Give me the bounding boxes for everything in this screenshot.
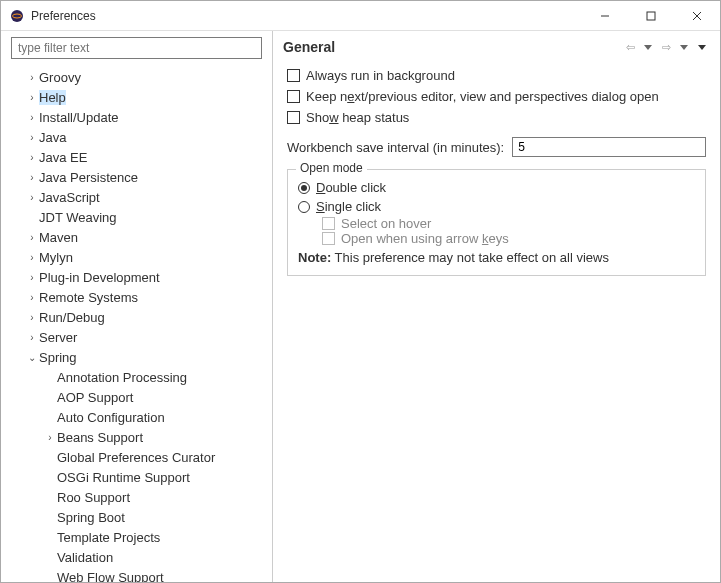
window-title: Preferences	[31, 9, 582, 23]
chevron-right-icon[interactable]: ›	[25, 172, 39, 183]
tree-item[interactable]: ›Java	[1, 127, 272, 147]
chevron-down-icon[interactable]: ⌄	[25, 352, 39, 363]
checkbox-icon	[287, 69, 300, 82]
preferences-tree: ›Groovy›Help›Install/Update›Java›Java EE…	[1, 65, 272, 582]
minimize-button[interactable]	[582, 1, 628, 31]
tree-item-label: Java EE	[39, 150, 87, 165]
tree-item-label: Help	[39, 90, 66, 105]
page-content: Always run in background Keep next/previ…	[273, 62, 720, 282]
tree-item[interactable]: Auto Configuration	[1, 407, 272, 427]
open-mode-group: Open mode Double click Single click Sele…	[287, 169, 706, 276]
filter-input[interactable]	[11, 37, 262, 59]
tree-item[interactable]: ›Run/Debug	[1, 307, 272, 327]
tree-item-label: Server	[39, 330, 77, 345]
tree-item-label: Validation	[57, 550, 113, 565]
tree-item[interactable]: ⌄Spring	[1, 347, 272, 367]
tree-item[interactable]: Web Flow Support	[1, 567, 272, 582]
chevron-right-icon[interactable]: ›	[25, 132, 39, 143]
tree-item[interactable]: ›Install/Update	[1, 107, 272, 127]
tree-item[interactable]: Template Projects	[1, 527, 272, 547]
tree-item[interactable]: ›Maven	[1, 227, 272, 247]
chevron-right-icon[interactable]: ›	[25, 272, 39, 283]
chevron-right-icon[interactable]: ›	[25, 252, 39, 263]
page-title: General	[283, 39, 622, 55]
checkbox-icon	[287, 111, 300, 124]
filter-wrap	[1, 37, 272, 65]
forward-menu-icon[interactable]	[676, 39, 692, 55]
tree-item-label: Remote Systems	[39, 290, 138, 305]
checkbox-label: Select on hover	[341, 216, 431, 231]
tree-item[interactable]: ›Mylyn	[1, 247, 272, 267]
tree-item[interactable]: ›Remote Systems	[1, 287, 272, 307]
tree-item-label: Run/Debug	[39, 310, 105, 325]
body: ›Groovy›Help›Install/Update›Java›Java EE…	[1, 31, 720, 582]
open-mode-note: Note: This preference may not take effec…	[298, 250, 695, 265]
tree-item[interactable]: ›Server	[1, 327, 272, 347]
checkbox-show-heap[interactable]: Show heap status	[287, 110, 706, 125]
chevron-right-icon[interactable]: ›	[25, 92, 39, 103]
tree-item[interactable]: Spring Boot	[1, 507, 272, 527]
tree-item[interactable]: ›Java EE	[1, 147, 272, 167]
chevron-right-icon[interactable]: ›	[25, 332, 39, 343]
tree-item[interactable]: JDT Weaving	[1, 207, 272, 227]
tree-item[interactable]: Annotation Processing	[1, 367, 272, 387]
tree-item[interactable]: Global Preferences Curator	[1, 447, 272, 467]
save-interval-input[interactable]	[512, 137, 706, 157]
note-prefix: Note:	[298, 250, 331, 265]
tree-item[interactable]: Validation	[1, 547, 272, 567]
checkbox-label: Keep next/previous editor, view and pers…	[306, 89, 659, 104]
tree-item-label: OSGi Runtime Support	[57, 470, 190, 485]
tree-item[interactable]: ›Beans Support	[1, 427, 272, 447]
radio-icon	[298, 201, 310, 213]
nav-icons: ⇦ ⇨	[622, 39, 710, 55]
tree-item-label: Java Persistence	[39, 170, 138, 185]
forward-icon[interactable]: ⇨	[658, 39, 674, 55]
chevron-right-icon[interactable]: ›	[25, 312, 39, 323]
checkbox-always-run[interactable]: Always run in background	[287, 68, 706, 83]
chevron-right-icon[interactable]: ›	[25, 192, 39, 203]
tree-scroll[interactable]: ›Groovy›Help›Install/Update›Java›Java EE…	[1, 65, 272, 582]
tree-item[interactable]: ›Plug-in Development	[1, 267, 272, 287]
right-pane: General ⇦ ⇨ Always run in background Kee…	[273, 31, 720, 582]
back-menu-icon[interactable]	[640, 39, 656, 55]
checkbox-keep-next[interactable]: Keep next/previous editor, view and pers…	[287, 89, 706, 104]
svg-rect-3	[647, 12, 655, 20]
tree-item-label: Web Flow Support	[57, 570, 164, 583]
preferences-window: Preferences ›Groovy›Help›Install/Update›…	[0, 0, 721, 583]
tree-item-label: Spring Boot	[57, 510, 125, 525]
tree-item-label: Install/Update	[39, 110, 119, 125]
close-button[interactable]	[674, 1, 720, 31]
maximize-button[interactable]	[628, 1, 674, 31]
tree-item[interactable]: ›Groovy	[1, 67, 272, 87]
tree-item[interactable]: ›JavaScript	[1, 187, 272, 207]
radio-label: Single click	[316, 199, 381, 214]
chevron-right-icon[interactable]: ›	[25, 232, 39, 243]
radio-double-click[interactable]: Double click	[298, 178, 695, 197]
tree-item[interactable]: Roo Support	[1, 487, 272, 507]
view-menu-icon[interactable]	[694, 39, 710, 55]
radio-single-click[interactable]: Single click	[298, 197, 695, 216]
chevron-right-icon[interactable]: ›	[25, 292, 39, 303]
radio-label: Double click	[316, 180, 386, 195]
tree-item[interactable]: ›Help	[1, 87, 272, 107]
save-interval-label: Workbench save interval (in minutes):	[287, 140, 504, 155]
chevron-right-icon[interactable]: ›	[25, 152, 39, 163]
checkbox-icon	[322, 232, 335, 245]
tree-item-label: AOP Support	[57, 390, 133, 405]
chevron-right-icon[interactable]: ›	[43, 432, 57, 443]
tree-item[interactable]: ›Java Persistence	[1, 167, 272, 187]
back-icon[interactable]: ⇦	[622, 39, 638, 55]
window-buttons	[582, 1, 720, 31]
tree-item-label: Template Projects	[57, 530, 160, 545]
tree-item-label: Groovy	[39, 70, 81, 85]
chevron-right-icon[interactable]: ›	[25, 72, 39, 83]
radio-icon	[298, 182, 310, 194]
checkbox-open-arrow: Open when using arrow keys	[298, 231, 695, 246]
chevron-right-icon[interactable]: ›	[25, 112, 39, 123]
tree-item[interactable]: OSGi Runtime Support	[1, 467, 272, 487]
tree-item-label: Plug-in Development	[39, 270, 160, 285]
tree-item[interactable]: AOP Support	[1, 387, 272, 407]
open-mode-legend: Open mode	[296, 161, 367, 175]
tree-item-label: Mylyn	[39, 250, 73, 265]
checkbox-icon	[322, 217, 335, 230]
